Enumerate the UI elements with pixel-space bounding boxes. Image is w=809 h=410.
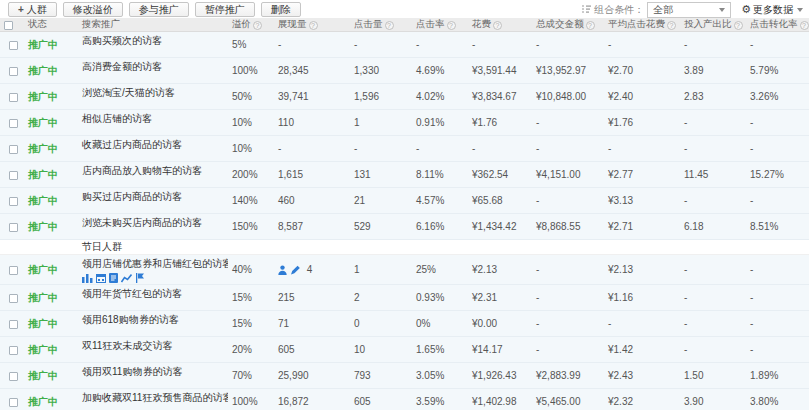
table-row: 推广中双11狂欢未成交访客20%605101.65%¥14.17-¥1.42--: [0, 337, 809, 363]
col-header-clicks[interactable]: 点击量?: [350, 18, 412, 32]
cell-premium[interactable]: 15%: [228, 285, 274, 311]
row-checkbox[interactable]: [9, 171, 18, 180]
cell-ctr: 4.57%: [412, 188, 468, 214]
calendar-icon[interactable]: [96, 273, 106, 283]
cell-premium[interactable]: 150%: [228, 214, 274, 240]
cell-avg_cpc: ¥1.76: [604, 110, 680, 136]
help-icon[interactable]: ?: [385, 21, 394, 30]
col-header-total-amount[interactable]: 总成交金额?: [532, 18, 604, 32]
col-header-ctr[interactable]: 点击率?: [412, 18, 468, 32]
add-audience-button[interactable]: +人群: [8, 2, 57, 17]
table-row: 推广中高消费金额的访客100%28,3451,3304.69%¥3,591.44…: [0, 58, 809, 84]
cell-total_amount: ¥2,883.99: [532, 363, 604, 389]
table-row: 推广中领用双11购物券的访客70%25,9907933.05%¥1,926.43…: [0, 363, 809, 389]
join-promotion-button[interactable]: 参与推广: [129, 2, 189, 17]
cell-clicks: -: [350, 32, 412, 58]
table-row: 推广中领用618购物券的访客15%7100%¥0.00----: [0, 311, 809, 337]
audience-manager-page: +人群修改溢价参与推广暂停推广删除 组合条件： 全部 ⚙ 更多数据: [0, 0, 809, 410]
report-icon[interactable]: [109, 273, 118, 283]
audience-person-icon[interactable]: [278, 265, 287, 275]
cell-premium[interactable]: 10%: [228, 136, 274, 162]
cell-premium[interactable]: 50%: [228, 84, 274, 110]
cell-premium[interactable]: 100%: [228, 389, 274, 410]
cell-premium[interactable]: 100%: [228, 58, 274, 84]
row-checkbox[interactable]: [9, 41, 18, 50]
cell-total_amount: -: [532, 32, 604, 58]
help-icon[interactable]: ?: [447, 21, 456, 30]
cell-premium[interactable]: 140%: [228, 188, 274, 214]
help-icon[interactable]: ?: [309, 21, 318, 30]
filter-selected-value: 全部: [653, 3, 673, 17]
table-row: 推广中领用店铺优惠券和店铺红包的访客 40% 4125%¥2.13-¥2.13-…: [0, 255, 809, 285]
row-checkbox[interactable]: [9, 67, 18, 76]
help-icon[interactable]: ?: [493, 21, 502, 30]
status-badge: 推广中: [28, 396, 58, 407]
row-checkbox[interactable]: [9, 372, 18, 381]
col-header-avg-cpc[interactable]: 平均点击花费?: [604, 18, 680, 32]
col-header-impressions[interactable]: 展现量?: [274, 18, 350, 32]
cell-cvr: -: [746, 255, 809, 285]
cell-cost: ¥1,402.98: [468, 389, 532, 410]
help-icon[interactable]: ?: [734, 21, 743, 30]
col-header-cost[interactable]: 花费?: [468, 18, 532, 32]
filter-condition-select[interactable]: 全部: [647, 2, 731, 18]
cell-cvr: -: [746, 285, 809, 311]
row-checkbox[interactable]: [9, 197, 18, 206]
row-checkbox[interactable]: [9, 346, 18, 355]
row-checkbox[interactable]: [9, 93, 18, 102]
toolbar: +人群修改溢价参与推广暂停推广删除 组合条件： 全部 ⚙ 更多数据: [0, 0, 809, 18]
cell-premium[interactable]: 10%: [228, 110, 274, 136]
pause-promotion-button[interactable]: 暂停推广: [195, 2, 255, 17]
cell-roi: -: [680, 285, 746, 311]
help-icon[interactable]: ?: [667, 21, 676, 30]
status-badge: 推广中: [28, 169, 58, 180]
col-header-roi[interactable]: 投入产出比?: [680, 18, 746, 32]
row-checkbox[interactable]: [9, 119, 18, 128]
cell-total_amount: ¥8,868.55: [532, 214, 604, 240]
cell-cost: ¥3,591.44: [468, 58, 532, 84]
more-data-button[interactable]: ⚙ 更多数据: [741, 3, 803, 17]
cell-roi: 6.18: [680, 214, 746, 240]
row-checkbox[interactable]: [9, 398, 18, 407]
cell-ctr: 6.16%: [412, 214, 468, 240]
help-icon[interactable]: ?: [586, 21, 595, 30]
help-icon[interactable]: ?: [800, 21, 809, 30]
audience-name: 浏览未购买店内商品的访客: [82, 216, 228, 230]
cell-premium[interactable]: 70%: [228, 363, 274, 389]
delete-button[interactable]: 删除: [261, 2, 301, 17]
cell-cvr: 1.89%: [746, 363, 809, 389]
audience-name: 高购买频次的访客: [82, 34, 228, 48]
cell-cost: ¥2.13: [468, 255, 532, 285]
row-checkbox[interactable]: [9, 223, 18, 232]
cell-premium[interactable]: 200%: [228, 162, 274, 188]
col-header-cvr[interactable]: 点击转化率?: [746, 18, 809, 32]
edit-pen-icon[interactable]: [290, 265, 300, 275]
status-badge: 推广中: [28, 39, 58, 50]
flag-icon[interactable]: [135, 273, 145, 283]
cell-total_amount: ¥10,848.00: [532, 84, 604, 110]
cell-premium[interactable]: 5%: [228, 32, 274, 58]
select-all-checkbox[interactable]: [4, 21, 13, 30]
cell-premium[interactable]: 20%: [228, 337, 274, 363]
audience-name: 双11狂欢未成交访客: [82, 339, 228, 353]
cell-premium[interactable]: 40%: [228, 255, 274, 285]
row-checkbox[interactable]: [9, 320, 18, 329]
table-row: 推广中加购收藏双11狂欢预售商品的访客100%16,8726053.59%¥1,…: [0, 389, 809, 410]
cell-ctr: -: [412, 32, 468, 58]
modify-premium-button[interactable]: 修改溢价: [63, 2, 123, 17]
cell-premium[interactable]: 15%: [228, 311, 274, 337]
row-checkbox[interactable]: [9, 294, 18, 303]
cell-cvr: -: [746, 337, 809, 363]
trend-icon[interactable]: [121, 273, 132, 283]
cell-clicks: 0: [350, 311, 412, 337]
status-badge: 推广中: [28, 143, 58, 154]
col-header-premium[interactable]: 溢价?: [228, 18, 274, 32]
row-checkbox[interactable]: [9, 145, 18, 154]
cell-cost: ¥1.76: [468, 110, 532, 136]
row-checkbox[interactable]: [9, 266, 18, 275]
cell-cvr: 3.26%: [746, 84, 809, 110]
bar-chart-icon[interactable]: [82, 273, 93, 283]
help-icon[interactable]: ?: [253, 21, 262, 30]
audience-name: 领用双11购物券的访客: [82, 365, 228, 379]
cell-cvr: 5.79%: [746, 58, 809, 84]
